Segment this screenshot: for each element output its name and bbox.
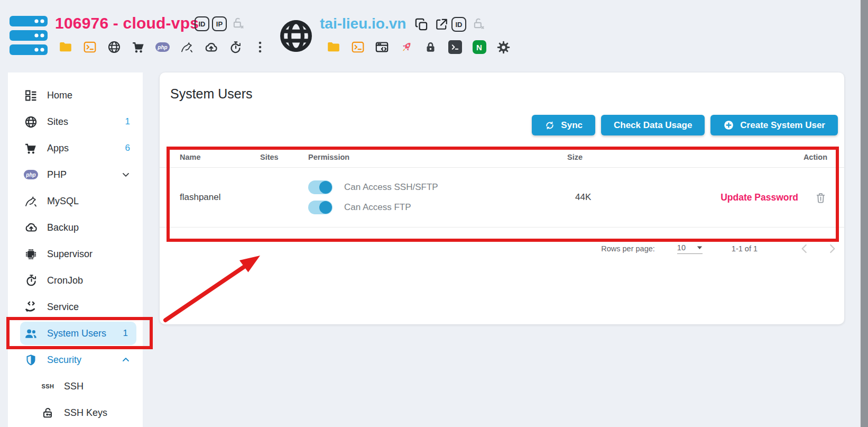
php-icon[interactable]: php [155,40,170,54]
gear-icon[interactable] [496,40,511,54]
kebab-menu-icon[interactable] [253,40,267,54]
sync-button-label: Sync [561,120,583,131]
rocket-icon[interactable] [399,40,413,54]
column-header-sites: Sites [260,153,308,161]
sidebar-item-system-users[interactable]: System Users 1 [20,322,136,345]
sync-button[interactable]: Sync [532,115,595,135]
sidebar-item-label: PHP [47,169,121,180]
next-page-icon[interactable] [825,242,839,256]
sidebar-item-sites[interactable]: Sites 1 [8,108,143,135]
sidebar-item-apps[interactable]: Apps 6 [8,135,143,161]
caret-down-icon [697,246,703,250]
previous-page-icon[interactable] [798,242,811,256]
lock-icon[interactable] [423,40,438,54]
chevron-up-icon[interactable] [121,355,131,365]
update-password-link[interactable]: Update Password [721,192,798,203]
sidebar-item-label: Sites [47,116,125,128]
scrollbar[interactable] [860,0,868,427]
table-header: Name Sites Permission Size Action [160,147,844,168]
users-icon [24,326,38,341]
reload-clock-icon [24,274,38,288]
server-title: 106976 - cloud-vps [55,14,199,32]
rows-per-page-select[interactable]: 10 [677,243,703,254]
check-data-usage-label: Check Data Usage [614,120,692,131]
php-label: php [24,170,38,179]
mysql-icon[interactable] [180,40,194,54]
column-header-size: Size [567,153,687,161]
cloud-upload-icon[interactable] [204,40,218,54]
sidebar-item-php[interactable]: php PHP [8,161,143,188]
server-stack-icon [10,16,49,56]
sidebar-item-supervisor[interactable]: Supervisor [8,241,143,267]
server-id-badge[interactable]: ID [195,16,209,31]
ssh-sftp-toggle[interactable] [308,180,333,194]
ssh-text-icon: SSH [41,379,55,394]
check-data-usage-button[interactable]: Check Data Usage [601,115,705,135]
chip-icon [24,247,38,261]
external-link-icon[interactable] [435,17,448,31]
sidebar-item-home[interactable]: Home [8,82,143,108]
sidebar-item-ssh-keys[interactable]: SSH Keys [8,399,143,426]
sidebar-item-label: Home [47,90,132,101]
sidebar-item-label: CronJob [47,275,132,286]
toggle-label: Can Access FTP [344,202,411,213]
sidebar-item-label: Service [47,302,132,313]
browser-code-icon[interactable] [375,40,389,54]
php-icon: php [24,168,38,182]
page-title: System Users [170,86,253,102]
lock-disabled-icon[interactable] [472,17,486,31]
sync-icon [544,120,555,131]
action-cell: Update Password [687,191,827,204]
folder-icon[interactable] [58,40,72,54]
cart-icon[interactable] [131,40,145,54]
sidebar-item-backup[interactable]: Backup [8,214,143,241]
nginx-icon[interactable]: N [472,40,486,54]
sidebar-item-count: 6 [125,143,130,153]
terminal-icon[interactable] [350,40,365,54]
sidebar-item-mysql[interactable]: MySQL [8,188,143,214]
trash-icon[interactable] [814,191,827,204]
sidebar-item-service[interactable]: Service [8,294,143,320]
column-header-name: Name [180,153,260,161]
sidebar-item-count: 1 [123,328,128,339]
size-cell: 44K [567,192,687,203]
system-users-panel: System Users Sync Check Data Usage Creat… [160,72,844,324]
pagination-range: 1-1 of 1 [732,244,758,253]
scrollbar-thumb[interactable] [861,0,868,427]
user-name-cell: flashpanel [180,192,260,203]
folder-icon[interactable] [326,40,340,54]
globe-icon [24,115,38,129]
dashboard-icon [24,88,38,103]
toggle-label: Can Access SSH/SFTP [344,182,438,193]
lock-disabled-icon[interactable] [232,16,245,30]
top-header: 106976 - cloud-vps ID IP [0,0,868,72]
sidebar-item-label: SSH [64,381,132,392]
create-system-user-button[interactable]: Create System User [710,115,838,135]
ftp-toggle[interactable] [308,201,333,214]
sidebar-item-label: Apps [47,143,125,154]
reload-clock-icon[interactable] [228,40,243,54]
cloud-upload-icon [24,221,38,235]
shield-icon [24,353,38,367]
sidebar-item-label: Supervisor [47,249,132,260]
console-icon[interactable] [448,40,462,54]
create-system-user-label: Create System User [740,120,825,131]
server-ip-badge[interactable]: IP [212,16,227,31]
chevron-down-icon[interactable] [121,169,131,180]
copy-icon[interactable] [414,17,429,32]
sidebar-item-label: Backup [47,222,132,233]
site-id-badge[interactable]: ID [451,17,466,32]
site-globe-icon [279,19,313,53]
globe-icon[interactable] [107,40,121,54]
plus-circle-icon [723,120,734,131]
terminal-icon[interactable] [82,40,97,54]
sidebar-item-cronjob[interactable]: CronJob [8,267,143,294]
sidebar-item-ssh[interactable]: SSH SSH [8,373,143,399]
table-row: flashpanel Can Access SSH/SFTP Can Acces… [160,168,844,228]
lock-key-icon [41,406,55,420]
sidebar-item-count: 1 [125,116,130,127]
site-domain[interactable]: tai-lieu.io.vn [320,15,406,32]
column-header-permission: Permission [308,153,567,161]
sidebar-item-security[interactable]: Security [8,347,143,373]
server-toolbar: php [58,39,267,55]
